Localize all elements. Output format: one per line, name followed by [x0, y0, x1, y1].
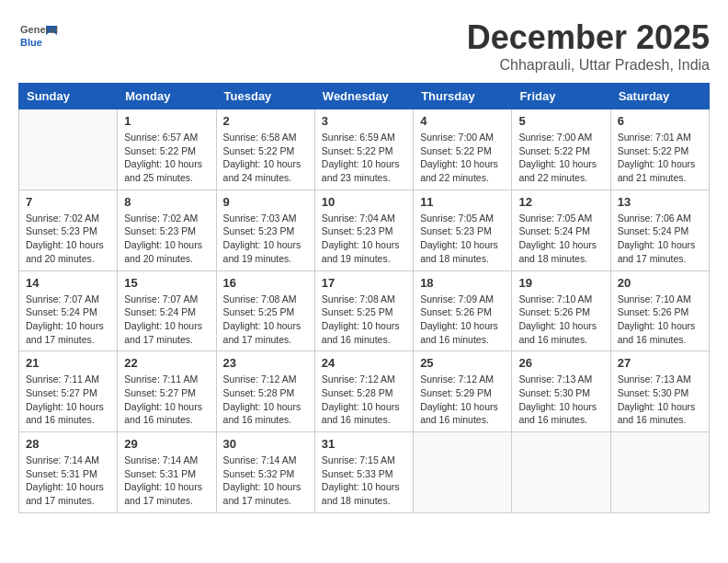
day-info: Sunrise: 7:02 AM Sunset: 5:23 PM Dayligh… — [26, 212, 110, 266]
calendar-cell: 4Sunrise: 7:00 AM Sunset: 5:22 PM Daylig… — [414, 109, 512, 190]
day-number: 23 — [223, 356, 308, 370]
day-info: Sunrise: 7:15 AM Sunset: 5:33 PM Dayligh… — [322, 454, 406, 508]
calendar-cell: 10Sunrise: 7:04 AM Sunset: 5:23 PM Dayli… — [314, 190, 413, 270]
day-number: 25 — [420, 356, 505, 370]
calendar-cell: 2Sunrise: 6:58 AM Sunset: 5:22 PM Daylig… — [216, 109, 314, 190]
day-info: Sunrise: 7:09 AM Sunset: 5:26 PM Dayligh… — [420, 293, 505, 347]
calendar-cell — [610, 432, 709, 513]
day-info: Sunrise: 7:05 AM Sunset: 5:23 PM Dayligh… — [420, 212, 505, 266]
day-info: Sunrise: 7:11 AM Sunset: 5:27 PM Dayligh… — [124, 373, 209, 427]
day-number: 10 — [322, 195, 406, 209]
location-title: Chhaprauli, Uttar Pradesh, India — [467, 57, 710, 74]
calendar-cell — [512, 432, 610, 513]
day-info: Sunrise: 7:13 AM Sunset: 5:30 PM Dayligh… — [618, 373, 702, 427]
day-number: 24 — [322, 356, 406, 370]
day-info: Sunrise: 7:07 AM Sunset: 5:24 PM Dayligh… — [124, 293, 209, 347]
day-number: 8 — [124, 195, 209, 209]
calendar-cell: 5Sunrise: 7:00 AM Sunset: 5:22 PM Daylig… — [512, 109, 610, 190]
day-number: 12 — [518, 195, 603, 209]
day-info: Sunrise: 7:07 AM Sunset: 5:24 PM Dayligh… — [26, 293, 110, 347]
day-number: 20 — [618, 276, 702, 290]
svg-text:Blue: Blue — [20, 37, 42, 48]
day-info: Sunrise: 7:02 AM Sunset: 5:23 PM Dayligh… — [124, 212, 209, 266]
week-row-1: 1Sunrise: 6:57 AM Sunset: 5:22 PM Daylig… — [19, 109, 710, 190]
day-number: 15 — [124, 276, 209, 290]
day-number: 11 — [420, 195, 505, 209]
day-info: Sunrise: 7:14 AM Sunset: 5:31 PM Dayligh… — [124, 454, 209, 508]
weekday-header-tuesday: Tuesday — [216, 84, 314, 109]
calendar-cell: 17Sunrise: 7:08 AM Sunset: 5:25 PM Dayli… — [314, 270, 413, 351]
day-number: 31 — [322, 437, 406, 451]
day-number: 13 — [618, 195, 702, 209]
weekday-header-wednesday: Wednesday — [314, 84, 413, 109]
day-number: 19 — [518, 276, 603, 290]
calendar-cell: 11Sunrise: 7:05 AM Sunset: 5:23 PM Dayli… — [414, 190, 512, 270]
day-number: 1 — [124, 114, 209, 128]
day-number: 14 — [26, 276, 110, 290]
calendar-cell: 15Sunrise: 7:07 AM Sunset: 5:24 PM Dayli… — [118, 270, 216, 351]
calendar-cell — [19, 109, 118, 190]
calendar-cell: 19Sunrise: 7:10 AM Sunset: 5:26 PM Dayli… — [512, 270, 610, 351]
calendar-cell: 16Sunrise: 7:08 AM Sunset: 5:25 PM Dayli… — [216, 270, 314, 351]
calendar-cell: 9Sunrise: 7:03 AM Sunset: 5:23 PM Daylig… — [216, 190, 314, 270]
day-info: Sunrise: 7:06 AM Sunset: 5:24 PM Dayligh… — [618, 212, 702, 266]
day-info: Sunrise: 7:10 AM Sunset: 5:26 PM Dayligh… — [618, 293, 702, 347]
calendar-cell: 24Sunrise: 7:12 AM Sunset: 5:28 PM Dayli… — [314, 351, 413, 432]
calendar-cell: 3Sunrise: 6:59 AM Sunset: 5:22 PM Daylig… — [314, 109, 413, 190]
logo-svg: GeneralBlue — [18, 18, 64, 55]
weekday-header-saturday: Saturday — [610, 84, 709, 109]
day-info: Sunrise: 6:59 AM Sunset: 5:22 PM Dayligh… — [322, 131, 406, 185]
day-number: 28 — [26, 437, 110, 451]
day-info: Sunrise: 7:03 AM Sunset: 5:23 PM Dayligh… — [223, 212, 308, 266]
day-number: 4 — [420, 114, 505, 128]
day-info: Sunrise: 7:12 AM Sunset: 5:28 PM Dayligh… — [223, 373, 308, 427]
svg-text:General: General — [20, 24, 58, 35]
day-info: Sunrise: 7:08 AM Sunset: 5:25 PM Dayligh… — [322, 293, 406, 347]
day-info: Sunrise: 7:13 AM Sunset: 5:30 PM Dayligh… — [518, 373, 603, 427]
day-number: 27 — [618, 356, 702, 370]
day-number: 6 — [618, 114, 702, 128]
week-row-2: 7Sunrise: 7:02 AM Sunset: 5:23 PM Daylig… — [19, 190, 710, 270]
calendar-cell: 25Sunrise: 7:12 AM Sunset: 5:29 PM Dayli… — [414, 351, 512, 432]
weekday-header-row: SundayMondayTuesdayWednesdayThursdayFrid… — [19, 84, 710, 109]
calendar-cell: 13Sunrise: 7:06 AM Sunset: 5:24 PM Dayli… — [610, 190, 709, 270]
calendar-cell: 14Sunrise: 7:07 AM Sunset: 5:24 PM Dayli… — [19, 270, 118, 351]
week-row-5: 28Sunrise: 7:14 AM Sunset: 5:31 PM Dayli… — [19, 432, 710, 513]
day-info: Sunrise: 7:00 AM Sunset: 5:22 PM Dayligh… — [420, 131, 505, 185]
calendar-cell: 6Sunrise: 7:01 AM Sunset: 5:22 PM Daylig… — [610, 109, 709, 190]
day-info: Sunrise: 7:01 AM Sunset: 5:22 PM Dayligh… — [618, 131, 702, 185]
day-number: 2 — [223, 114, 308, 128]
logo: GeneralBlue — [18, 18, 64, 55]
title-area: December 2025 Chhaprauli, Uttar Pradesh,… — [467, 18, 710, 74]
calendar-cell — [414, 432, 512, 513]
calendar-cell: 28Sunrise: 7:14 AM Sunset: 5:31 PM Dayli… — [19, 432, 118, 513]
day-number: 5 — [518, 114, 603, 128]
calendar-cell: 7Sunrise: 7:02 AM Sunset: 5:23 PM Daylig… — [19, 190, 118, 270]
day-number: 9 — [223, 195, 308, 209]
calendar-cell: 8Sunrise: 7:02 AM Sunset: 5:23 PM Daylig… — [118, 190, 216, 270]
calendar-cell: 18Sunrise: 7:09 AM Sunset: 5:26 PM Dayli… — [414, 270, 512, 351]
day-number: 29 — [124, 437, 209, 451]
calendar-cell: 20Sunrise: 7:10 AM Sunset: 5:26 PM Dayli… — [610, 270, 709, 351]
weekday-header-sunday: Sunday — [19, 84, 118, 109]
calendar-cell: 27Sunrise: 7:13 AM Sunset: 5:30 PM Dayli… — [610, 351, 709, 432]
weekday-header-friday: Friday — [512, 84, 610, 109]
calendar-cell: 22Sunrise: 7:11 AM Sunset: 5:27 PM Dayli… — [118, 351, 216, 432]
weekday-header-thursday: Thursday — [414, 84, 512, 109]
week-row-3: 14Sunrise: 7:07 AM Sunset: 5:24 PM Dayli… — [19, 270, 710, 351]
calendar-cell: 21Sunrise: 7:11 AM Sunset: 5:27 PM Dayli… — [19, 351, 118, 432]
calendar-cell: 29Sunrise: 7:14 AM Sunset: 5:31 PM Dayli… — [118, 432, 216, 513]
day-info: Sunrise: 7:12 AM Sunset: 5:29 PM Dayligh… — [420, 373, 505, 427]
calendar-cell: 1Sunrise: 6:57 AM Sunset: 5:22 PM Daylig… — [118, 109, 216, 190]
day-info: Sunrise: 7:00 AM Sunset: 5:22 PM Dayligh… — [518, 131, 603, 185]
weekday-header-monday: Monday — [118, 84, 216, 109]
day-info: Sunrise: 6:58 AM Sunset: 5:22 PM Dayligh… — [223, 131, 308, 185]
day-number: 7 — [26, 195, 110, 209]
calendar-cell: 30Sunrise: 7:14 AM Sunset: 5:32 PM Dayli… — [216, 432, 314, 513]
day-number: 16 — [223, 276, 308, 290]
header: GeneralBlue December 2025 Chhaprauli, Ut… — [18, 18, 710, 74]
day-info: Sunrise: 7:11 AM Sunset: 5:27 PM Dayligh… — [26, 373, 110, 427]
day-number: 3 — [322, 114, 406, 128]
day-info: Sunrise: 7:05 AM Sunset: 5:24 PM Dayligh… — [518, 212, 603, 266]
day-number: 17 — [322, 276, 406, 290]
